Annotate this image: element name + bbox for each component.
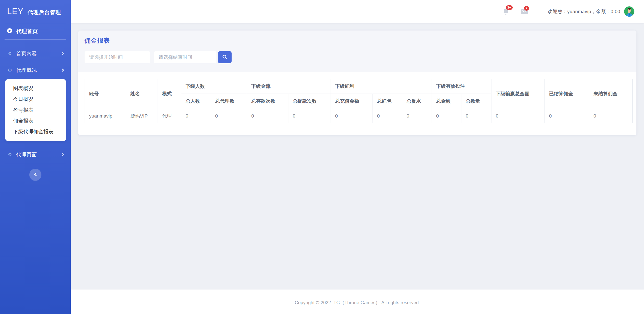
column-subheader: 总代理数 [211,94,247,109]
sidebar-group-agent-pages[interactable]: ⚙ 代理页面 [0,146,71,163]
column-header: 下级有效投注 [432,79,491,94]
table-cell: yuanmavip [85,109,126,123]
table-cell: 0 [211,109,247,123]
gear-icon: ⚙ [7,152,13,158]
table-cell: 0 [402,109,432,123]
column-header: 下级红利 [331,79,432,94]
table-row: yuanmavip源码VIP代理000000000000 [85,109,633,123]
sidebar-divider [5,163,66,163]
dashboard-icon [7,28,13,35]
column-header: 未结算佣金 [589,79,633,109]
column-header: 姓名 [126,79,158,109]
sidebar-collapse-button[interactable] [29,169,41,181]
table-cell: 0 [247,109,288,123]
bell-badge: 3+ [506,5,513,10]
topbar-divider [539,6,539,17]
copyright-text: Copyright © 2022. TG（Throne Games） All r… [295,300,420,314]
app-title: 代理后台管理 [28,9,61,16]
table-container: 账号姓名模式下级人数下级金流下级红利下级有效投注下级输赢总金额已结算佣金未结算佣… [78,72,636,123]
topbar: 3+ 7 欢迎您：yuanmavip，余额：0.00 [71,0,644,23]
table-cell: 0 [545,109,589,123]
notifications-button[interactable]: 3+ [502,8,510,16]
sidebar: LEY 代理后台管理 代理首页 ⚙ 首页内容 ⚙ 代理概况 图表概况今日概况盈亏… [0,0,71,314]
column-subheader: 总存款次数 [247,94,288,109]
submenu-item-2[interactable]: 盈亏报表 [5,105,66,116]
avatar[interactable] [624,6,634,17]
app-logo: LEY 代理后台管理 [0,0,71,23]
commission-table: 账号姓名模式下级人数下级金流下级红利下级有效投注下级输赢总金额已结算佣金未结算佣… [85,79,633,123]
column-header: 下级输赢总金额 [491,79,545,109]
start-time-input[interactable] [85,51,150,63]
column-header: 模式 [158,79,181,109]
column-subheader: 总人数 [181,94,211,109]
gear-icon: ⚙ [7,67,13,73]
card-toolbar: 佣金报表 [78,31,636,72]
table-cell: 0 [373,109,402,123]
sidebar-group-agent-overview[interactable]: ⚙ 代理概况 [0,62,71,78]
footer: Copyright © 2022. TG（Throne Games） All r… [71,290,644,314]
sidebar-group-label: 首页内容 [16,50,61,57]
sidebar-submenu: 图表概况今日概况盈亏报表佣金报表下级代理佣金报表 [5,79,66,141]
chevron-right-icon [61,68,65,72]
submenu-item-3[interactable]: 佣金报表 [5,116,66,126]
logo-text: LEY [7,7,23,16]
sidebar-item-home[interactable]: 代理首页 [0,23,71,39]
column-subheader: 总提款次数 [288,94,331,109]
search-button[interactable] [218,51,232,63]
welcome-text: 欢迎您：yuanmavip，余额：0.00 [548,8,620,15]
column-subheader: 总金额 [432,94,461,109]
column-header: 下级金流 [247,79,331,94]
column-subheader: 总反水 [402,94,432,109]
table-cell: 0 [491,109,545,123]
column-header: 已结算佣金 [545,79,589,109]
messages-button[interactable]: 7 [520,8,528,15]
chevron-left-icon [33,172,37,178]
mail-badge: 7 [524,6,529,11]
sidebar-group-label: 代理概况 [16,67,61,74]
end-time-input[interactable] [154,51,216,63]
sidebar-group-label: 代理页面 [16,151,61,158]
column-subheader: 总红包 [373,94,402,109]
column-header: 账号 [85,79,126,109]
commission-report-card: 佣金报表 账号姓名模式下级人数下级金流下级红利下级有效投注下级输赢总金额已结算佣… [78,31,636,135]
column-header: 下级人数 [181,79,247,94]
chevron-right-icon [61,153,65,157]
submenu-item-4[interactable]: 下级代理佣金报表 [5,126,66,137]
table-cell: 代理 [158,109,181,123]
column-subheader: 总数量 [461,94,491,109]
column-subheader: 总充值金额 [331,94,373,109]
submenu-item-0[interactable]: 图表概况 [5,83,66,94]
table-cell: 0 [461,109,491,123]
sidebar-item-label: 代理首页 [16,28,65,35]
sidebar-group-home-content[interactable]: ⚙ 首页内容 [0,45,71,62]
table-cell: 0 [288,109,331,123]
table-cell: 0 [432,109,461,123]
table-cell: 源码VIP [126,109,158,123]
search-icon [222,54,228,61]
table-cell: 0 [589,109,633,123]
chevron-right-icon [61,51,65,55]
table-cell: 0 [181,109,211,123]
submenu-item-1[interactable]: 今日概况 [5,94,66,105]
gear-icon: ⚙ [7,51,13,56]
table-cell: 0 [331,109,373,123]
page-title: 佣金报表 [85,37,630,45]
